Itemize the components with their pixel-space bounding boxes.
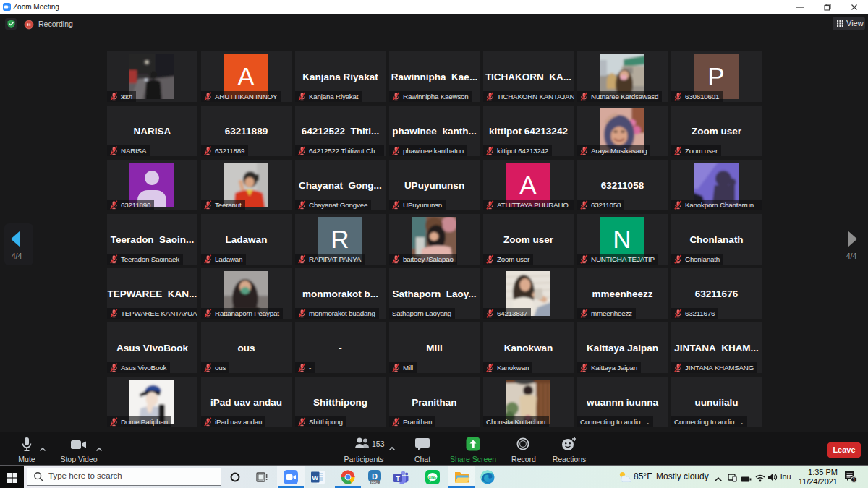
svg-text:PRO: PRO	[371, 481, 378, 484]
svg-text:D: D	[372, 472, 378, 481]
svg-text:T: T	[396, 475, 400, 482]
svg-text:LINE: LINE	[428, 475, 437, 479]
svg-text:1: 1	[853, 477, 856, 482]
svg-text:W: W	[312, 474, 318, 481]
